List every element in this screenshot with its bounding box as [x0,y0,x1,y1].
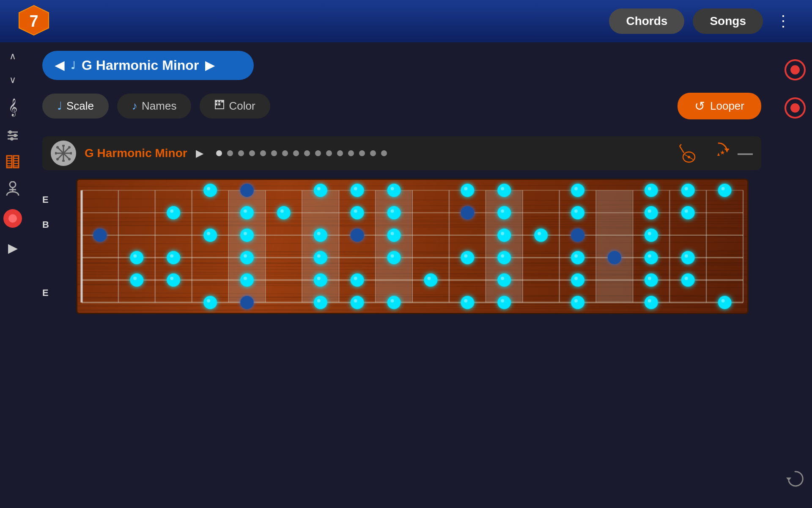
person-icon[interactable] [6,181,19,196]
settings-sliders-icon[interactable] [6,129,19,142]
dot-5[interactable] [271,150,277,156]
dot-7[interactable] [293,150,299,156]
minus-button[interactable]: — [738,144,753,162]
svg-rect-24 [221,100,224,102]
dot-14[interactable] [370,150,376,156]
dot-8[interactable] [304,150,310,156]
looper-button[interactable]: ↺ Looper [678,93,761,119]
svg-rect-23 [218,100,220,102]
svg-point-33 [55,152,57,155]
dot-2[interactable] [238,150,244,156]
svg-text:7: 7 [29,12,38,30]
record-inner-right-2 [790,103,800,113]
svg-point-31 [62,145,65,147]
svg-point-18 [10,182,16,188]
svg-point-35 [56,146,59,149]
logo[interactable]: 7 [17,3,51,39]
tab-scale[interactable]: ♩ Scale [42,94,109,119]
next-scale-button[interactable]: ▶ [205,58,214,72]
tab-color[interactable]: Color [200,94,270,119]
chords-button[interactable]: Chords [609,8,684,34]
grid-icon[interactable] [6,155,19,168]
record-button-side[interactable] [3,209,22,228]
svg-point-37 [68,146,71,149]
scroll-up-icon[interactable]: ∧ [9,51,16,62]
svg-line-40 [680,146,684,153]
scale-dropdown[interactable]: ◀ ♩ G Harmonic Minor ▶ [42,51,254,80]
dot-navigation [216,150,668,156]
names-tab-label: Names [142,99,176,113]
tab-names[interactable]: ♪ Names [117,94,191,119]
svg-line-41 [680,144,681,146]
svg-rect-26 [218,103,220,105]
svg-point-36 [68,158,71,160]
record-inner-right-1 [790,65,800,75]
names-tab-icon: ♪ [132,99,137,113]
svg-point-34 [70,152,72,155]
dot-13[interactable] [359,150,365,156]
svg-point-7 [10,137,14,141]
scale-selector: ◀ ♩ G Harmonic Minor ▶ [42,51,761,80]
string-label-b: B [42,219,63,230]
dot-12[interactable] [348,150,354,156]
looper-icon: ↺ [694,99,705,113]
dot-15[interactable] [381,150,387,156]
dot-9[interactable] [315,150,321,156]
looper-label: Looper [710,99,744,113]
svg-text:★: ★ [720,149,725,156]
scale-title-bar: G Harmonic Minor ▶ [42,136,761,170]
scroll-down-icon[interactable]: ∨ [9,75,16,86]
dot-4[interactable] [260,150,266,156]
string-label-e-low: E [42,287,63,298]
tabs-bar: ♩ Scale ♪ Names Color [42,93,761,119]
scale-name: G Harmonic Minor [82,58,199,73]
play-button-side[interactable]: ▶ [8,240,18,255]
svg-point-38 [56,158,59,160]
sidebar: ∧ ∨ 𝄞 [0,42,25,508]
prev-scale-button[interactable]: ◀ [55,58,64,72]
svg-point-3 [8,130,12,134]
header-nav: Chords Songs ⋮ [609,8,795,34]
dot-11[interactable] [337,150,343,156]
svg-rect-25 [215,103,217,105]
dot-3[interactable] [249,150,255,156]
header: 7 Chords Songs ⋮ [0,0,812,42]
dot-10[interactable] [326,150,332,156]
svg-marker-47 [786,478,791,481]
looper-reset-icon[interactable] [785,468,806,491]
rotate-favorite-icon[interactable]: ★ [708,141,729,166]
svg-point-32 [62,160,65,162]
color-tab-icon [214,99,225,113]
fretboard [76,179,749,314]
record-inner [8,214,17,223]
main-layout: ∧ ∨ 𝄞 [0,42,812,508]
more-menu-icon[interactable]: ⋮ [771,8,795,34]
dot-6[interactable] [282,150,288,156]
dot-1[interactable] [227,150,233,156]
svg-line-43 [685,155,693,160]
svg-point-5 [14,134,17,137]
scale-name-display: G Harmonic Minor [85,146,187,160]
scale-tab-icon: ♩ [57,99,62,113]
dot-0[interactable] [216,150,222,156]
record-button-right-2[interactable] [785,97,806,119]
svg-rect-22 [215,100,217,102]
treble-clef-icon[interactable]: 𝄞 [8,98,17,116]
snowflake-settings-icon[interactable] [51,141,76,166]
record-button-right-1[interactable] [785,59,806,80]
scale-tab-label: Scale [66,99,94,113]
string-label-e-high: E [42,194,63,205]
songs-button[interactable]: Songs [693,8,763,34]
color-tab-label: Color [229,99,255,113]
right-panel [778,42,812,508]
content-area: ◀ ♩ G Harmonic Minor ▶ ♩ Scale ♪ Names [25,42,778,508]
guitar-icon[interactable] [676,141,700,166]
